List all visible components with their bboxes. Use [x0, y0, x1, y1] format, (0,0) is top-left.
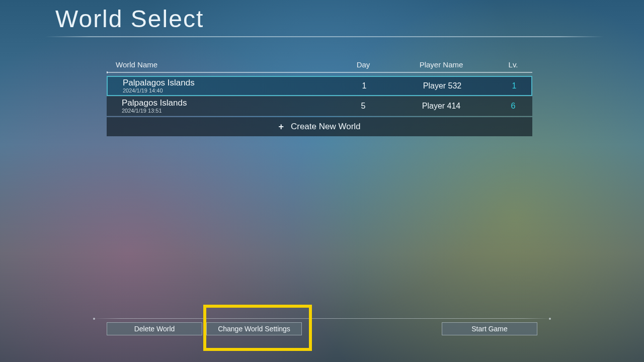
- col-player-name: Player Name: [388, 60, 494, 69]
- table-header: World Name Day Player Name Lv.: [107, 60, 532, 72]
- delete-world-button[interactable]: Delete World: [107, 322, 202, 335]
- world-day: 5: [338, 102, 388, 111]
- page-title: World Select: [55, 5, 204, 33]
- world-row[interactable]: Palpagos Islands 2024/1/19 13:51 5 Playe…: [107, 96, 532, 116]
- col-world-name: World Name: [107, 60, 338, 69]
- change-world-settings-button[interactable]: Change World Settings: [206, 322, 302, 335]
- world-player: Player 532: [389, 81, 495, 90]
- world-name: Palpagos Islands: [122, 99, 338, 108]
- start-game-button[interactable]: Start Game: [442, 322, 537, 335]
- plus-icon: +: [278, 122, 284, 132]
- create-new-world-label: Create New World: [291, 122, 361, 132]
- col-day: Day: [338, 60, 388, 69]
- world-name: Palpalagos Islands: [123, 78, 339, 87]
- world-timestamp: 2024/1/19 13:51: [122, 108, 338, 114]
- title-underline: [45, 36, 604, 37]
- world-level: 6: [494, 102, 532, 111]
- change-world-settings-label: Change World Settings: [218, 325, 290, 333]
- header-divider: [107, 72, 532, 73]
- world-day: 1: [339, 81, 389, 90]
- world-player: Player 414: [388, 102, 494, 111]
- col-level: Lv.: [494, 60, 532, 69]
- world-row[interactable]: Palpalagos Islands 2024/1/19 14:40 1 Pla…: [107, 76, 532, 96]
- create-new-world-button[interactable]: + Create New World: [107, 117, 532, 136]
- start-game-label: Start Game: [471, 325, 508, 333]
- world-level: 1: [495, 81, 533, 90]
- world-timestamp: 2024/1/19 14:40: [123, 88, 339, 94]
- world-table: World Name Day Player Name Lv. Palpalago…: [107, 60, 532, 136]
- delete-world-label: Delete World: [134, 325, 175, 333]
- bottom-divider: [93, 318, 551, 319]
